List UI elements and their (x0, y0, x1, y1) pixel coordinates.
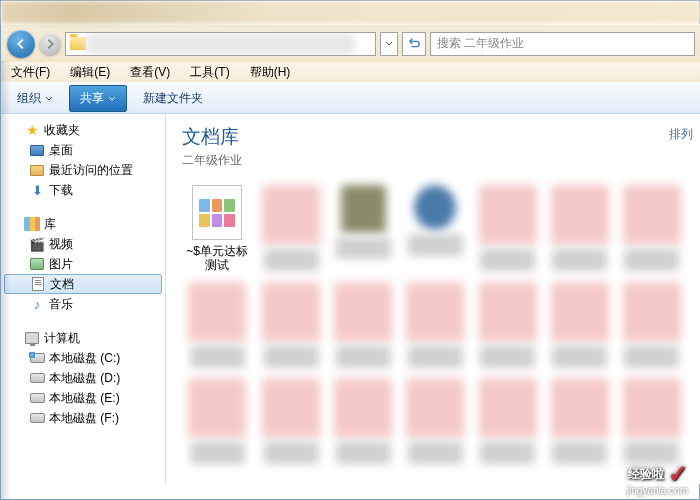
computer-icon (25, 332, 39, 344)
file-item-blurred (474, 378, 540, 464)
menu-view[interactable]: 查看(V) (126, 62, 174, 83)
chevron-down-icon (385, 41, 393, 46)
watermark-url: jingyanla.com (627, 485, 688, 496)
expand-icon (11, 126, 20, 135)
file-grid: ~$单元达标测试 (182, 185, 685, 464)
music-icon: ♪ (29, 296, 45, 312)
sidebar-disk-d[interactable]: 本地磁盘 (D:) (1, 368, 165, 388)
address-path-blurred (86, 33, 355, 55)
search-input[interactable]: 搜索 二年级作业 (430, 32, 695, 56)
disk-icon (30, 393, 45, 403)
file-item-blurred (474, 282, 540, 368)
forward-button[interactable] (39, 33, 61, 55)
recent-label: 最近访问的位置 (49, 162, 133, 179)
file-item-blurred (258, 378, 324, 464)
content-area: ★ 收藏夹 桌面 最近访问的位置 ⬇ 下载 (1, 114, 700, 484)
nav-bar: 搜索 二年级作业 (1, 24, 700, 62)
arrow-right-icon (43, 37, 57, 51)
sidebar-disk-e[interactable]: 本地磁盘 (E:) (1, 388, 165, 408)
search-placeholder: 搜索 二年级作业 (437, 35, 524, 52)
file-item-blurred (547, 282, 613, 368)
menu-tools[interactable]: 工具(T) (186, 62, 233, 83)
sidebar-disk-c[interactable]: 本地磁盘 (C:) (1, 348, 165, 368)
music-label: 音乐 (49, 296, 73, 313)
organize-label: 组织 (17, 90, 41, 107)
sidebar-recent[interactable]: 最近访问的位置 (1, 160, 165, 180)
file-item-blurred (330, 378, 396, 464)
sidebar-desktop[interactable]: 桌面 (1, 140, 165, 160)
library-subtitle: 二年级作业 (182, 152, 685, 169)
sidebar-downloads[interactable]: ⬇ 下载 (1, 180, 165, 200)
new-folder-label: 新建文件夹 (143, 90, 203, 107)
expand-icon (11, 334, 20, 343)
address-dropdown[interactable] (380, 32, 398, 56)
document-icon (32, 277, 44, 291)
arrange-by[interactable]: 排列 (669, 126, 693, 143)
file-item-blurred (402, 282, 468, 368)
menu-edit[interactable]: 编辑(E) (66, 62, 114, 83)
favorites-label: 收藏夹 (44, 122, 80, 139)
file-item-blurred (402, 378, 468, 464)
title-bar-blurred (1, 1, 700, 24)
refresh-button[interactable] (402, 32, 426, 56)
file-item-blurred (258, 185, 324, 272)
back-button[interactable] (7, 30, 35, 58)
disk-icon (30, 353, 45, 363)
sidebar-favorites[interactable]: ★ 收藏夹 (1, 120, 165, 140)
disk-d-label: 本地磁盘 (D:) (49, 370, 120, 387)
menu-file[interactable]: 文件(F) (7, 62, 54, 83)
sidebar-videos[interactable]: 🎬 视频 (1, 234, 165, 254)
file-item-blurred (330, 185, 396, 272)
sidebar-libraries[interactable]: 库 (1, 214, 165, 234)
computer-group: 计算机 本地磁盘 (C:) 本地磁盘 (D:) 本地磁盘 (E:) 本地磁盘 (… (1, 328, 165, 428)
picture-icon (30, 258, 44, 270)
menu-help[interactable]: 帮助(H) (246, 62, 295, 83)
computer-label: 计算机 (44, 330, 80, 347)
disk-icon (30, 373, 45, 383)
chevron-down-icon (108, 96, 116, 101)
sidebar-disk-f[interactable]: 本地磁盘 (F:) (1, 408, 165, 428)
libraries-label: 库 (44, 216, 56, 233)
file-item-blurred (182, 378, 252, 464)
file-item-blurred (619, 378, 685, 464)
disk-c-label: 本地磁盘 (C:) (49, 350, 120, 367)
sidebar-pictures[interactable]: 图片 (1, 254, 165, 274)
toolbar: 组织 共享 新建文件夹 (1, 82, 700, 114)
file-item-blurred (547, 378, 613, 464)
organize-button[interactable]: 组织 (9, 86, 61, 111)
file-item-blurred (258, 282, 324, 368)
watermark-text: 经验啦 (628, 466, 664, 483)
explorer-window: 搜索 二年级作业 文件(F) 编辑(E) 查看(V) 工具(T) 帮助(H) 组… (0, 0, 700, 500)
share-button[interactable]: 共享 (69, 85, 127, 112)
new-folder-button[interactable]: 新建文件夹 (135, 86, 211, 111)
downloads-label: 下载 (49, 182, 73, 199)
file-item-blurred (330, 282, 396, 368)
disk-f-label: 本地磁盘 (F:) (49, 410, 119, 427)
file-item-blurred (474, 185, 540, 272)
disk-e-label: 本地磁盘 (E:) (49, 390, 120, 407)
expand-icon (11, 220, 20, 229)
desktop-icon (30, 145, 44, 156)
share-label: 共享 (80, 90, 104, 107)
star-icon: ★ (24, 122, 40, 138)
file-item[interactable]: ~$单元达标测试 (182, 185, 252, 272)
chevron-down-icon (45, 96, 53, 101)
address-bar[interactable] (65, 32, 376, 56)
libraries-group: 库 🎬 视频 图片 文档 ♪ 音乐 (1, 214, 165, 314)
file-thumbnail (192, 185, 242, 240)
recent-icon (30, 165, 44, 176)
file-item-blurred (547, 185, 613, 272)
watermark: 经验啦 ✓ (628, 460, 688, 488)
sidebar-music[interactable]: ♪ 音乐 (1, 294, 165, 314)
sidebar-computer[interactable]: 计算机 (1, 328, 165, 348)
library-title: 文档库 (182, 124, 685, 150)
folder-icon (70, 37, 86, 50)
sidebar-documents[interactable]: 文档 (4, 274, 162, 294)
check-icon: ✓ (668, 460, 688, 488)
video-icon: 🎬 (29, 236, 45, 252)
sidebar: ★ 收藏夹 桌面 最近访问的位置 ⬇ 下载 (1, 114, 166, 484)
file-name: ~$单元达标测试 (182, 244, 252, 272)
disk-icon (30, 413, 45, 423)
file-item-blurred (182, 282, 252, 368)
library-icon (24, 217, 40, 231)
